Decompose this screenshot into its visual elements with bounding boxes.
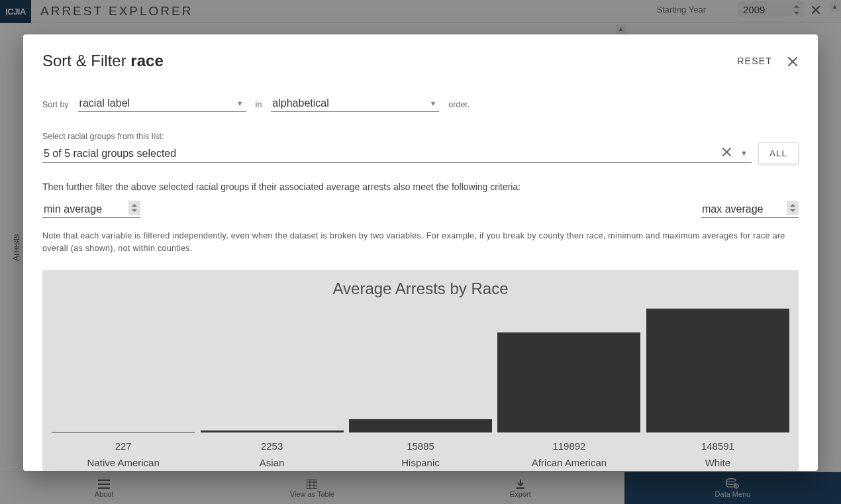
max-average-input[interactable]: max average	[701, 201, 799, 218]
groups-label: Select racial groups from this list:	[42, 132, 799, 141]
bar-value: 15885	[348, 432, 493, 457]
in-label: in	[256, 100, 262, 112]
sort-order-select[interactable]: alphabetical ▼	[271, 95, 439, 112]
bars-area: 227 Native American 2253 Asian 15885 His…	[50, 309, 791, 471]
bar-label: Hispanic	[348, 457, 493, 471]
bar-col: 119892 African American	[496, 309, 642, 471]
bar-value: 227	[50, 432, 196, 457]
bar-value: 148591	[645, 432, 791, 457]
sort-by-select[interactable]: racial label ▼	[78, 95, 246, 112]
bar-value: 119892	[496, 432, 642, 457]
bar-label: African American	[496, 457, 642, 471]
bar-label: Native American	[50, 457, 196, 471]
chevron-down-icon: ▼	[740, 149, 748, 157]
bar-col: 148591 White	[645, 309, 791, 471]
filter-note: Note that each variable is filtered inde…	[42, 230, 799, 256]
modal-header: Sort & Filter race RESET	[42, 52, 799, 70]
criteria-text: Then further filter the above selected r…	[42, 181, 799, 192]
groups-value: 5 of 5 racial groups selected	[44, 148, 176, 159]
bar-col: 2253 Asian	[199, 309, 344, 471]
sort-by-value: racial label	[79, 97, 130, 109]
minmax-row: min average max average	[42, 201, 799, 218]
bar	[646, 309, 789, 432]
spinner-icon[interactable]	[787, 201, 799, 215]
chart-title: Average Arrests by Race	[50, 279, 791, 298]
modal-title-prefix: Sort & Filter	[42, 52, 130, 70]
bar-label: Asian	[199, 457, 344, 471]
order-suffix: order.	[448, 100, 470, 112]
spinner-icon[interactable]	[128, 201, 140, 215]
sort-row: Sort by racial label ▼ in alphabetical ▼…	[42, 95, 799, 112]
sort-by-label: Sort by	[42, 100, 69, 112]
max-average-placeholder: max average	[702, 203, 764, 215]
close-icon[interactable]	[787, 54, 799, 68]
reset-button[interactable]: RESET	[737, 56, 772, 66]
bar-value: 2253	[199, 432, 344, 457]
min-average-placeholder: min average	[44, 203, 102, 215]
bar	[349, 419, 492, 432]
bar-col: 227 Native American	[50, 309, 196, 471]
sort-order-value: alphabetical	[272, 97, 328, 109]
sort-filter-modal: Sort & Filter race RESET Sort by racial …	[23, 34, 818, 471]
modal-title: Sort & Filter race	[42, 52, 164, 70]
select-all-button[interactable]: ALL	[758, 142, 799, 164]
bar	[497, 332, 640, 432]
bar-col: 15885 Hispanic	[348, 309, 493, 471]
chevron-down-icon: ▼	[236, 99, 244, 107]
clear-icon[interactable]	[722, 145, 732, 158]
groups-row: 5 of 5 racial groups selected ▼ ALL	[42, 142, 799, 163]
chart-card: Average Arrests by Race 227 Native Ameri…	[42, 270, 799, 471]
modal-title-variable: race	[130, 52, 163, 70]
bar-label: White	[645, 457, 791, 471]
min-average-input[interactable]: min average	[42, 201, 140, 218]
groups-multiselect[interactable]: 5 of 5 racial groups selected ▼	[42, 145, 752, 163]
chevron-down-icon: ▼	[429, 99, 436, 107]
